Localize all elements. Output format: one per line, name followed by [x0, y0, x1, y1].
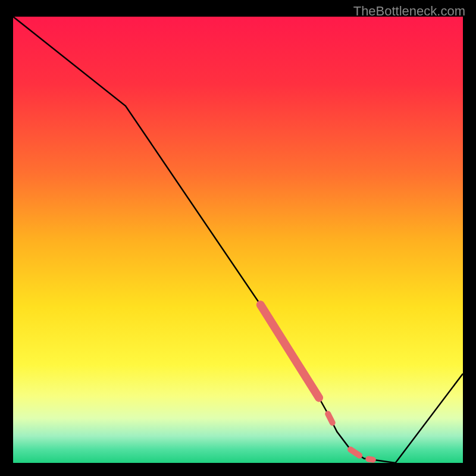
highlight-segment [328, 414, 333, 423]
highlight-segment [368, 459, 373, 460]
plot-background [13, 17, 463, 463]
bottleneck-chart [0, 0, 476, 476]
watermark-text: TheBottleneck.com [353, 4, 465, 19]
chart-container: TheBottleneck.com [0, 0, 476, 476]
